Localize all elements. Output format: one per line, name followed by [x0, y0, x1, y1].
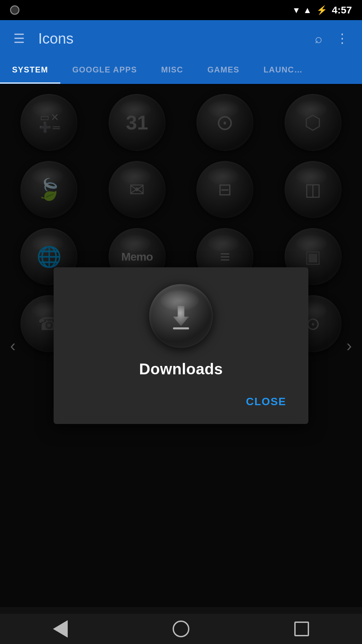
signal-icon: ▲: [303, 5, 312, 15]
status-right: ▾ ▲ ⚡ 4:57: [294, 4, 352, 16]
svg-marker-0: [173, 306, 189, 326]
tab-system[interactable]: SYSTEM: [0, 57, 60, 84]
downloads-app-icon: [149, 284, 213, 348]
tab-google-apps[interactable]: GOOGLE APPS: [60, 57, 149, 84]
app-title: Icons: [35, 30, 305, 47]
tab-misc[interactable]: MISC: [149, 57, 195, 84]
recent-icon: [294, 622, 309, 636]
hamburger-icon[interactable]: ☰: [10, 28, 28, 49]
popup-title: Downloads: [139, 360, 223, 378]
status-time: 4:57: [332, 4, 352, 16]
tab-launchers[interactable]: LAUNC…: [251, 57, 315, 84]
camera-indicator: [10, 5, 19, 15]
status-bar: ▾ ▲ ⚡ 4:57: [0, 0, 362, 20]
download-arrow-svg: [168, 303, 194, 329]
modal-overlay[interactable]: ‹: [0, 84, 362, 607]
app-bar: ☰ Icons ⌕ ⋮: [0, 20, 362, 57]
main-content: ▭ ✕ ➕ ═ 31 ⊙ ⬡ 🍃: [0, 84, 362, 607]
wifi-icon: ▾: [294, 5, 298, 15]
chevron-left-icon[interactable]: ‹: [3, 329, 22, 362]
battery-icon: ⚡: [316, 5, 327, 15]
status-left: [10, 5, 19, 15]
tab-games[interactable]: GAMES: [195, 57, 252, 84]
close-button[interactable]: CLOSE: [241, 393, 292, 411]
nav-home-button[interactable]: [168, 615, 194, 642]
search-icon[interactable]: ⌕: [311, 28, 326, 49]
nav-bar: [0, 614, 362, 644]
back-icon: [53, 620, 68, 638]
more-options-icon[interactable]: ⋮: [333, 28, 352, 49]
tab-bar: SYSTEM GOOGLE APPS MISC GAMES LAUNC…: [0, 57, 362, 84]
nav-back-button[interactable]: [47, 615, 74, 642]
popup-close-row: CLOSE: [67, 393, 295, 411]
chevron-right-icon[interactable]: ›: [340, 329, 359, 362]
nav-recent-button[interactable]: [288, 615, 315, 642]
svg-rect-1: [173, 327, 189, 329]
popup-card: Downloads CLOSE: [54, 267, 308, 424]
home-icon: [173, 621, 189, 637]
